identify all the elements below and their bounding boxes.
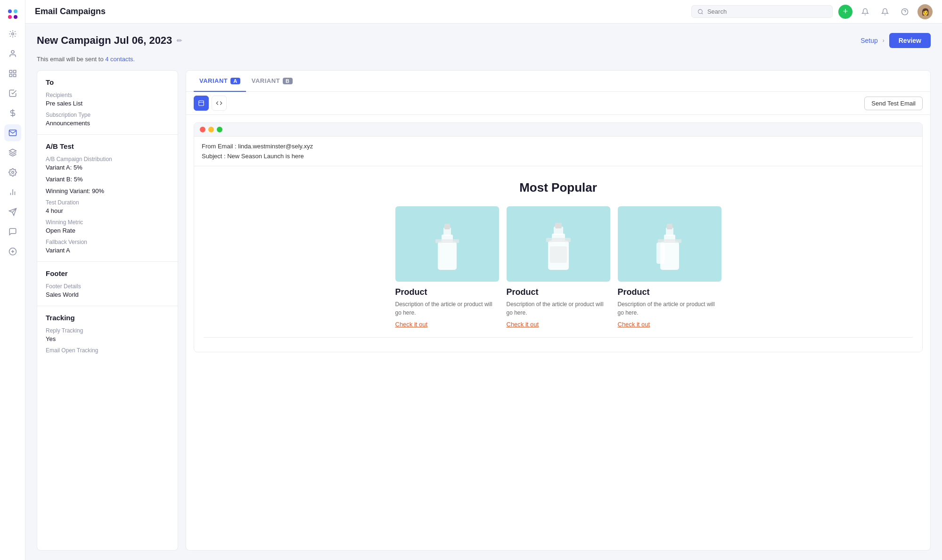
svg-rect-25	[444, 224, 450, 229]
sidebar-item-settings[interactable]	[4, 164, 21, 181]
tab-variant-a-badge: A	[230, 78, 240, 84]
product-card: Product Description of the article or pr…	[618, 206, 721, 328]
svg-rect-32	[550, 246, 567, 263]
svg-rect-7	[13, 70, 16, 73]
fallback-label: Fallback Version	[46, 239, 169, 245]
tracking-title: Tracking	[46, 314, 169, 322]
subscription-value: Announcements	[46, 120, 169, 127]
sidebar-item-campaigns[interactable]	[4, 203, 21, 220]
sidebar-item-analytics[interactable]	[4, 184, 21, 201]
search-input[interactable]	[707, 8, 827, 15]
sidebar-item-users[interactable]	[4, 45, 21, 62]
to-section: To Recipients Pre sales List Subscriptio…	[37, 71, 178, 135]
footer-details-value: Sales World	[46, 291, 169, 298]
user-avatar[interactable]: 👩	[917, 4, 933, 19]
reply-tracking-label: Reply Tracking	[46, 327, 169, 334]
product-image-2	[507, 206, 610, 282]
bell-icon[interactable]	[878, 5, 892, 19]
subscription-label: Subscription Type	[46, 112, 169, 118]
tab-variant-b[interactable]: VARIANT B	[246, 71, 298, 92]
product-cta-1[interactable]: Check it out	[395, 321, 499, 328]
header-actions: Setup › Review	[860, 33, 931, 48]
ab-test-title: A/B Test	[46, 142, 169, 150]
preview-button[interactable]	[194, 96, 209, 111]
product-cta-3[interactable]: Check it out	[618, 321, 721, 328]
subject-label: Subject :	[202, 153, 226, 160]
app-title: Email Campaigns	[35, 7, 686, 16]
svg-point-2	[8, 15, 12, 19]
svg-rect-31	[546, 238, 571, 242]
add-button[interactable]: +	[838, 5, 852, 19]
sidebar-item-chat[interactable]	[4, 243, 21, 260]
svg-rect-9	[9, 74, 12, 77]
footer-details-label: Footer Details	[46, 283, 169, 290]
svg-point-3	[14, 15, 17, 19]
svg-point-17	[698, 9, 703, 14]
two-column-layout: To Recipients Pre sales List Subscriptio…	[37, 70, 931, 551]
subject-row: Subject : New Season Launch is here	[202, 151, 915, 161]
sidebar-item-grid[interactable]	[4, 65, 21, 82]
svg-point-5	[11, 50, 14, 53]
email-banner: This email will be sent to 4 contacts.	[37, 56, 931, 63]
help-icon[interactable]	[898, 5, 912, 19]
email-body-title: Most Popular	[204, 180, 913, 195]
sidebar-item-dashboard[interactable]	[4, 25, 21, 42]
variant-tabs: VARIANT A VARIANT B	[186, 71, 930, 92]
send-test-button[interactable]: Send Test Email	[864, 97, 923, 110]
code-button[interactable]	[212, 96, 227, 111]
sidebar-item-tasks[interactable]	[4, 85, 21, 102]
review-button[interactable]: Review	[889, 33, 931, 48]
email-preview: From Email : linda.westminster@sely.xyz …	[186, 115, 930, 550]
main-area: Email Campaigns + 👩 New Campaign Jul 06,…	[25, 0, 942, 560]
right-panel: VARIANT A VARIANT B	[186, 70, 931, 551]
email-divider	[204, 337, 913, 338]
from-email-row: From Email : linda.westminster@sely.xyz	[202, 141, 915, 151]
svg-line-18	[702, 13, 703, 14]
tab-variant-a[interactable]: VARIANT A	[194, 71, 246, 92]
svg-rect-6	[9, 70, 12, 73]
notifications-icon[interactable]	[858, 5, 872, 19]
from-label: From Email :	[202, 143, 237, 150]
sidebar-item-layers[interactable]	[4, 144, 21, 161]
product-desc-1: Description of the article or product wi…	[395, 300, 499, 317]
product-card: Product Description of the article or pr…	[507, 206, 610, 328]
campaign-title: New Campaign Jul 06, 2023	[37, 34, 172, 47]
sidebar-logo[interactable]	[4, 6, 21, 23]
variant-b-value: Variant B: 5%	[46, 176, 169, 183]
sidebar-item-billing[interactable]	[4, 105, 21, 122]
product-cta-2[interactable]: Check it out	[507, 321, 610, 328]
product-bottle-svg-1	[424, 213, 471, 275]
product-image-1	[395, 206, 499, 282]
sidebar-item-messages[interactable]	[4, 223, 21, 240]
contacts-link[interactable]: 4 contacts.	[105, 56, 135, 63]
recipients-value: Pre sales List	[46, 100, 169, 107]
svg-rect-37	[658, 239, 681, 243]
email-window: From Email : linda.westminster@sely.xyz …	[194, 122, 923, 352]
product-card: Product Description of the article or pr…	[395, 206, 499, 328]
recipients-label: Recipients	[46, 92, 169, 98]
minimize-dot	[208, 127, 214, 132]
sidebar-item-email[interactable]	[4, 124, 21, 141]
close-dot	[200, 127, 205, 132]
search-bar[interactable]	[691, 5, 833, 18]
maximize-dot	[217, 127, 222, 132]
winning-variant-value: Winning Variant: 90%	[46, 187, 169, 195]
product-name-2: Product	[507, 287, 610, 297]
footer-section: Footer Footer Details Sales World	[37, 262, 178, 306]
svg-rect-22	[438, 242, 457, 270]
setup-link[interactable]: Setup	[860, 37, 878, 44]
svg-rect-21	[199, 101, 204, 106]
duration-value: 4 hour	[46, 207, 169, 214]
footer-title: Footer	[46, 269, 169, 277]
tab-variant-a-label: VARIANT	[199, 77, 228, 84]
search-icon	[697, 8, 704, 15]
email-toolbar: Send Test Email	[186, 92, 930, 115]
toolbar-left	[194, 96, 227, 111]
edit-icon[interactable]: ✏	[177, 37, 182, 44]
product-desc-3: Description of the article or product wi…	[618, 300, 721, 317]
tracking-section: Tracking Reply Tracking Yes Email Open T…	[37, 306, 178, 363]
product-name-3: Product	[618, 287, 721, 297]
products-grid: Product Description of the article or pr…	[204, 206, 913, 328]
svg-rect-26	[435, 239, 459, 243]
svg-marker-11	[9, 149, 16, 153]
